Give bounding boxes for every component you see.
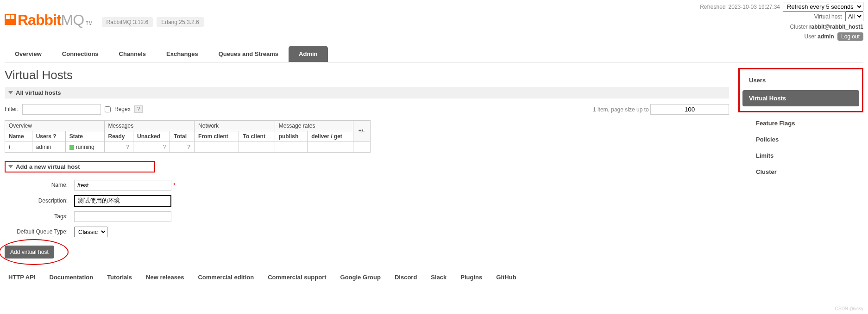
footer-commercial-support[interactable]: Commercial support — [268, 274, 326, 281]
default-queue-type-label: Default Queue Type: — [6, 225, 70, 239]
description-input[interactable] — [74, 195, 171, 207]
filter-label: Filter: — [5, 106, 19, 112]
add-vhost-button[interactable]: Add virtual host — [5, 246, 54, 259]
tags-field-label: Tags: — [6, 209, 70, 224]
footer-commercial-edition[interactable]: Commercial edition — [198, 274, 254, 281]
user-value: admin — [818, 33, 834, 40]
cell-ready: ? — [104, 142, 133, 152]
footer-documentation[interactable]: Documentation — [50, 274, 94, 281]
add-vhost-section-toggle[interactable]: Add a new virtual host — [5, 161, 155, 172]
nav-overview[interactable]: Overview — [5, 46, 52, 62]
chevron-down-icon — [8, 165, 13, 168]
cell-spacer — [353, 142, 370, 152]
nav-connections[interactable]: Connections — [52, 46, 109, 62]
sidebar-item-virtual-hosts[interactable]: Virtual Hosts — [742, 90, 859, 106]
th-publish[interactable]: publish — [275, 131, 307, 142]
sidebar-item-cluster[interactable]: Cluster — [749, 164, 861, 180]
refreshed-label: Refreshed — [700, 4, 725, 10]
cell-deliver-get — [308, 142, 353, 152]
refreshed-timestamp: 2023-10-03 19:27:34 — [729, 4, 780, 10]
all-vhosts-label: All virtual hosts — [16, 89, 61, 96]
cell-publish — [275, 142, 307, 152]
logout-button[interactable]: Log out — [837, 32, 863, 41]
cluster-value: rabbit@rabbit_host1 — [809, 24, 863, 30]
cell-to-client — [239, 142, 275, 152]
user-label: User — [805, 33, 816, 40]
th-to-client[interactable]: To client — [239, 131, 275, 142]
th-users[interactable]: Users ? — [32, 131, 65, 142]
tags-input[interactable] — [74, 211, 171, 222]
th-total[interactable]: Total — [170, 131, 195, 142]
cell-state: running — [65, 142, 104, 152]
vhost-label: Virtual host — [814, 13, 842, 20]
erlang-version-badge: Erlang 25.3.2.6 — [157, 17, 203, 27]
footer-tutorials[interactable]: Tutorials — [107, 274, 132, 281]
nav-channels[interactable]: Channels — [109, 46, 157, 62]
columns-toggle[interactable]: +/- — [353, 120, 370, 142]
page-title: Virtual Hosts — [5, 68, 729, 82]
default-queue-type-select[interactable]: Classic — [74, 227, 107, 237]
footer-http-api[interactable]: HTTP API — [8, 274, 36, 281]
nav-admin[interactable]: Admin — [289, 46, 327, 62]
name-field-label: Name: — [6, 178, 70, 192]
logo[interactable]: RabbitMQ TM — [5, 12, 93, 29]
regex-checkbox[interactable] — [105, 106, 111, 112]
cell-from-client — [195, 142, 239, 152]
footer-github[interactable]: GitHub — [496, 274, 516, 281]
refresh-interval-select[interactable]: Refresh every 5 seconds — [783, 2, 863, 12]
admin-sidebar: Users Virtual Hosts — [738, 68, 863, 112]
add-vhost-title: Add a new virtual host — [16, 163, 80, 170]
footer-new-releases[interactable]: New releases — [146, 274, 184, 281]
logo-text-rabbit: Rabbit — [18, 12, 61, 28]
th-group-messages: Messages — [104, 120, 195, 131]
vhost-select[interactable]: All — [845, 12, 863, 21]
th-group-rates: Message rates — [275, 120, 353, 131]
th-from-client[interactable]: From client — [195, 131, 239, 142]
regex-help[interactable]: ? — [134, 105, 143, 113]
nav-exchanges[interactable]: Exchanges — [156, 46, 208, 62]
nav-queues[interactable]: Queues and Streams — [208, 46, 289, 62]
chevron-down-icon — [8, 91, 13, 94]
th-unacked[interactable]: Unacked — [133, 131, 170, 142]
footer-slack[interactable]: Slack — [431, 274, 447, 281]
th-name[interactable]: Name — [5, 131, 32, 142]
logo-text-mq: MQ — [61, 12, 84, 28]
cell-total: ? — [170, 142, 195, 152]
page-size-input[interactable] — [650, 104, 729, 115]
regex-label: Regex — [114, 106, 131, 112]
required-marker: * — [173, 182, 176, 189]
table-row: / admin running ? ? ? — [5, 142, 371, 152]
main-nav: Overview Connections Channels Exchanges … — [5, 46, 863, 62]
footer-plugins[interactable]: Plugins — [460, 274, 482, 281]
rabbitmq-logo-icon — [5, 14, 16, 25]
sidebar-item-policies[interactable]: Policies — [749, 131, 861, 148]
footer-links: HTTP API Documentation Tutorials New rel… — [5, 268, 729, 286]
cell-users: admin — [32, 142, 65, 152]
filter-input[interactable] — [22, 104, 101, 115]
rabbitmq-version-badge: RabbitMQ 3.12.6 — [102, 17, 153, 27]
name-input[interactable] — [74, 180, 171, 191]
footer-discord[interactable]: Discord — [395, 274, 417, 281]
cluster-label: Cluster — [790, 24, 808, 30]
description-field-label: Description: — [6, 193, 70, 209]
all-vhosts-section-toggle[interactable]: All virtual hosts — [5, 87, 729, 99]
sidebar-item-feature-flags[interactable]: Feature Flags — [749, 115, 861, 131]
th-ready[interactable]: Ready — [104, 131, 133, 142]
sidebar-item-limits[interactable]: Limits — [749, 148, 861, 164]
th-group-network: Network — [195, 120, 275, 131]
status-running-icon — [69, 145, 74, 150]
vhosts-table: Overview Messages Network Message rates … — [5, 120, 371, 153]
cell-unacked: ? — [133, 142, 170, 152]
logo-trademark: TM — [86, 21, 92, 26]
footer-google-group[interactable]: Google Group — [340, 274, 381, 281]
vhost-link[interactable]: / — [9, 144, 10, 150]
th-deliver-get[interactable]: deliver / get — [308, 131, 353, 142]
th-group-overview: Overview — [5, 120, 105, 131]
th-state[interactable]: State — [65, 131, 104, 142]
item-count-text: 1 item, page size up to — [593, 106, 649, 113]
sidebar-item-users[interactable]: Users — [742, 72, 859, 88]
